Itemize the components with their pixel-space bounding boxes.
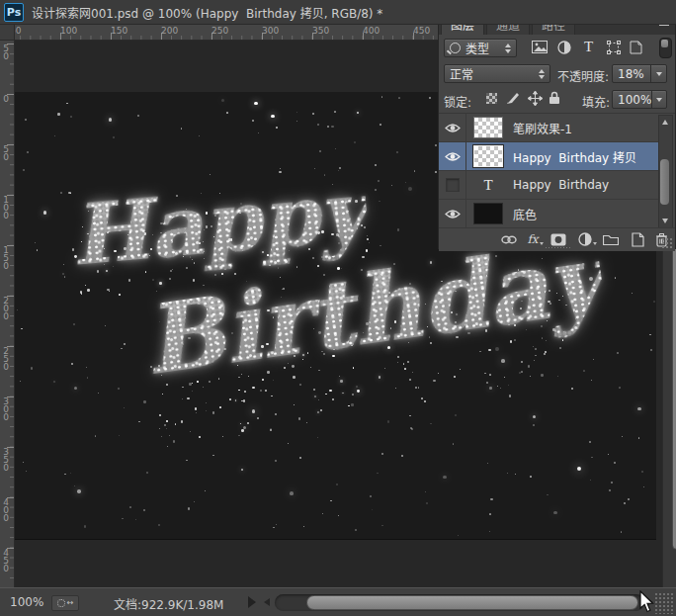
eye-icon	[445, 123, 461, 133]
link-layers-icon[interactable]	[500, 231, 518, 247]
layer-name: 笔刷效果-1	[513, 120, 572, 136]
ruler-label: 50	[1, 44, 11, 63]
add-layer-mask-icon[interactable]	[549, 231, 567, 247]
zoom-level[interactable]: 100%	[10, 595, 43, 609]
filter-type-select[interactable]: 类型	[444, 39, 517, 57]
layer-list-scrollbar[interactable]	[658, 115, 673, 228]
ruler-label: 350	[312, 26, 329, 36]
filter-pixel-layers-icon[interactable]	[530, 39, 549, 55]
ruler-label: 150	[111, 26, 127, 36]
ruler-label: 300	[262, 26, 279, 36]
lock-label: 锁定:	[444, 93, 471, 110]
zoom-gear-icon[interactable]: ↔	[51, 595, 79, 611]
filter-smart-objects-icon[interactable]	[627, 39, 645, 55]
scroll-down-icon[interactable]	[662, 219, 668, 223]
ruler-origin[interactable]	[0, 25, 15, 41]
layer-name: Happy Birthday	[513, 178, 609, 192]
ruler-label: 200	[1, 296, 11, 325]
hidden-layer-box	[446, 178, 460, 192]
layer-name: 底色	[513, 206, 537, 222]
layers-panel: ◀◀ × 图层 通道 路径 类型 T	[438, 0, 676, 249]
dropdown-arrows-icon	[500, 44, 516, 53]
photoshop-logo-icon: Ps	[4, 3, 24, 22]
blend-mode-select[interactable]: 正常	[444, 64, 550, 83]
ruler-label: 450	[413, 26, 430, 36]
chevron-down-icon[interactable]	[651, 91, 666, 108]
new-adjustment-layer-icon[interactable]	[576, 231, 594, 247]
ruler-label: 250	[1, 346, 11, 376]
opacity-input[interactable]: 18%	[612, 64, 667, 83]
status-menu-arrow-icon[interactable]	[248, 596, 256, 608]
document-size-info[interactable]: 文档:922.9K/1.98M	[114, 595, 223, 612]
layer-row-happy-birthday-text[interactable]: T Happy Birthday	[439, 171, 661, 200]
lock-transparency-icon[interactable]	[482, 90, 500, 106]
opacity-label: 不透明度:	[557, 67, 609, 84]
lock-position-move-icon[interactable]	[526, 90, 544, 106]
search-icon	[450, 43, 461, 53]
eye-icon	[445, 209, 461, 220]
title-bar: Ps 设计探索网001.psd @ 100% (Happy Birthday 拷…	[0, 0, 676, 25]
ruler-label: 400	[1, 497, 11, 527]
layer-thumbnail[interactable]	[473, 203, 503, 224]
ruler-label: 100	[1, 195, 11, 224]
ruler-label: 100	[60, 26, 77, 36]
chevron-down-icon[interactable]	[650, 65, 666, 82]
ruler-label: 50	[14, 26, 21, 36]
visibility-toggle[interactable]	[439, 200, 466, 227]
lock-all-icon[interactable]	[546, 90, 563, 106]
lock-pixels-brush-icon[interactable]	[504, 90, 522, 106]
layer-filter-toggle[interactable]	[659, 38, 672, 58]
visibility-toggle[interactable]	[439, 114, 466, 141]
layer-controls: 类型 T 正常 不透明度: 18% 锁定:	[439, 35, 675, 114]
ruler-label: 450	[1, 548, 11, 577]
scroll-up-icon[interactable]	[662, 120, 668, 125]
ruler-label: 250	[211, 26, 228, 36]
horizontal-scrollbar-thumb[interactable]	[306, 595, 638, 610]
layers-panel-footer: fx	[439, 227, 675, 251]
scroll-right-icon[interactable]	[647, 598, 653, 606]
panel-resize-grip[interactable]	[661, 237, 674, 250]
layer-row-happy-birthday-copy[interactable]: Happy Birthday 拷贝	[439, 142, 661, 171]
document-title: 设计探索网001.psd @ 100% (Happy Birthday 拷贝, …	[32, 4, 382, 21]
fill-label: 填充:	[582, 93, 610, 110]
ruler-label: 150	[1, 245, 11, 275]
panel-drag-handle[interactable]	[545, 246, 572, 250]
eye-icon	[445, 151, 461, 162]
horizontal-scrollbar[interactable]	[275, 594, 644, 611]
ruler-label: 400	[363, 26, 380, 36]
ruler-label: 350	[1, 447, 11, 477]
layer-list-scrollbar-thumb[interactable]	[660, 159, 669, 205]
layer-row-brush-effect[interactable]: 笔刷效果-1	[439, 114, 661, 142]
ruler-label: 0	[1, 94, 11, 104]
fill-input[interactable]: 100%	[612, 90, 667, 109]
filter-type-layers-icon[interactable]: T	[579, 39, 598, 55]
layer-name: Happy Birthday 拷贝	[513, 148, 636, 165]
layer-list: 笔刷效果-1 Happy Birthday 拷贝 T Happy Birthda…	[439, 114, 675, 227]
layer-thumbnail[interactable]	[473, 145, 503, 167]
layer-row-background-color[interactable]: 底色	[439, 200, 661, 228]
text-layer-icon: T	[473, 177, 503, 194]
window-resize-grip[interactable]	[654, 592, 674, 614]
scroll-left-icon[interactable]	[264, 598, 270, 606]
vertical-ruler[interactable]: 50050100150200250300350400450	[0, 40, 15, 587]
new-group-folder-icon[interactable]	[602, 231, 620, 247]
visibility-toggle[interactable]	[439, 142, 466, 170]
visibility-toggle[interactable]	[439, 171, 466, 199]
ruler-label: 300	[1, 396, 11, 426]
dropdown-arrows-icon	[534, 69, 549, 79]
filter-shape-layers-icon[interactable]	[604, 39, 623, 55]
ruler-label: 200	[161, 26, 178, 36]
layer-style-fx-icon[interactable]: fx	[524, 231, 542, 247]
status-bar: 100% ↔ 文档:922.9K/1.98M	[0, 587, 676, 616]
filter-adjustment-layers-icon[interactable]	[554, 39, 573, 55]
new-layer-icon[interactable]	[629, 231, 646, 247]
ruler-label: 50	[1, 144, 11, 164]
layer-thumbnail[interactable]	[473, 117, 503, 138]
